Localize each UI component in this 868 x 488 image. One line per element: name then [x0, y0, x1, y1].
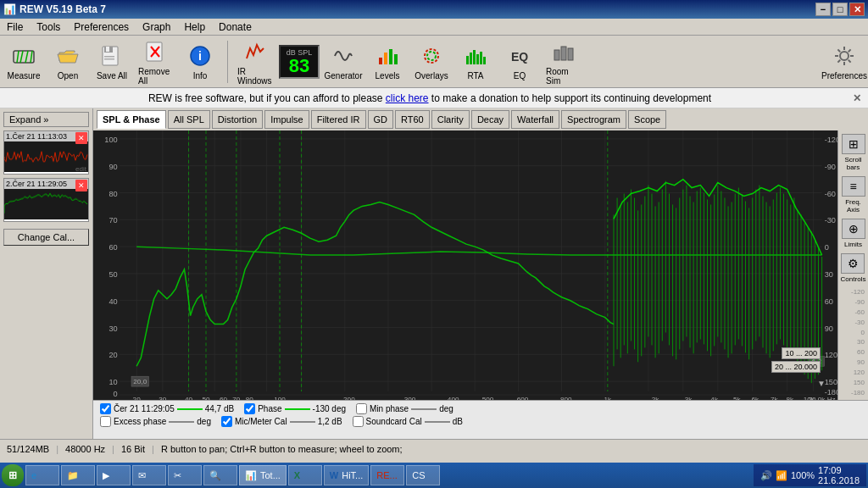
close-button[interactable]: ✕: [849, 3, 865, 16]
tab-distortion[interactable]: Distortion: [212, 110, 263, 129]
svg-text:1k: 1k: [604, 396, 613, 400]
range-box-1[interactable]: 10 ... 200: [782, 347, 821, 359]
legend-item-excess-phase[interactable]: Excess phase deg: [100, 416, 211, 427]
maximize-button[interactable]: □: [832, 3, 848, 16]
taskbar-folder[interactable]: 📁: [61, 465, 95, 485]
svg-rect-12: [384, 53, 387, 64]
taskbar-ie[interactable]: e: [25, 465, 59, 485]
change-cal-button[interactable]: Change Cal...: [3, 229, 89, 246]
donation-banner: REW is free software, but if you can aff…: [0, 88, 868, 108]
svg-text:i: i: [198, 49, 202, 63]
eq-button[interactable]: EQ EQ: [499, 40, 540, 84]
generator-button[interactable]: Generator: [323, 40, 364, 84]
legend-item-measurement[interactable]: Čer 21 11:29:05 44,7 dB: [100, 403, 234, 414]
tab-filtered-ir[interactable]: Filtered IR: [311, 110, 366, 129]
measurement-close-1[interactable]: ✕: [75, 132, 87, 144]
measurement-close-2[interactable]: ✕: [75, 180, 87, 191]
generator-icon: [330, 42, 357, 69]
minimize-button[interactable]: −: [815, 3, 831, 16]
levels-button[interactable]: Levels: [367, 40, 408, 84]
expand-button[interactable]: Expand »: [3, 112, 89, 127]
measurement-item-1[interactable]: 1.Čer 21 11:13:03 ✕ edit: [3, 130, 89, 175]
preferences-button[interactable]: Preferences: [824, 40, 865, 84]
title-text: REW V5.19 Beta 7: [19, 3, 106, 15]
tab-scope[interactable]: Scope: [628, 110, 666, 129]
taskbar-outlook[interactable]: ✉: [132, 465, 166, 485]
range-box-2[interactable]: 20 ... 20.000: [771, 361, 821, 373]
svg-text:-60: -60: [825, 190, 836, 198]
info-button[interactable]: i Info: [180, 40, 220, 84]
taskbar-excel[interactable]: X: [288, 465, 322, 485]
controls-control[interactable]: ⚙ Controls: [841, 253, 866, 283]
svg-text:20: 20: [108, 351, 117, 359]
re-icon: RE...: [376, 470, 397, 480]
tab-rt60[interactable]: RT60: [395, 110, 430, 129]
legend-check-measurement[interactable]: [100, 403, 111, 414]
svg-text:70: 70: [232, 396, 241, 400]
save-all-icon: [98, 42, 125, 69]
legend-item-soundcard-cal[interactable]: Soundcard Cal dB: [353, 416, 463, 427]
menu-donate[interactable]: Donate: [215, 19, 255, 35]
save-all-button[interactable]: Save All: [92, 40, 132, 84]
tab-clarity[interactable]: Clarity: [431, 110, 470, 129]
room-sim-button[interactable]: Room Sim: [543, 36, 584, 88]
tab-waterfall[interactable]: Waterfall: [511, 110, 559, 129]
menu-tools[interactable]: Tools: [33, 19, 64, 35]
svg-text:80: 80: [108, 190, 117, 198]
open-button[interactable]: Open: [47, 40, 88, 84]
rta-button[interactable]: RTA: [455, 40, 496, 84]
legend-check-mic-cal[interactable]: [221, 416, 232, 427]
taskbar-app1[interactable]: ✂: [168, 465, 202, 485]
limits-control[interactable]: ⊕ Limits: [842, 219, 865, 248]
chart-and-sidebar: 100 90 80 70 60 50 40 30 20 10 0 -1: [93, 130, 868, 400]
chart-container[interactable]: 100 90 80 70 60 50 40 30 20 10 0 -1: [93, 130, 837, 400]
menu-file[interactable]: File: [3, 19, 26, 35]
menu-help[interactable]: Help: [181, 19, 209, 35]
taskbar-media[interactable]: ▶: [97, 465, 131, 485]
taskbar-re[interactable]: RE...: [370, 465, 404, 485]
taskbar-rew[interactable]: 📊 Tot...: [239, 465, 287, 485]
tab-spectrogram[interactable]: Spectrogram: [561, 110, 626, 129]
freq-axis-control[interactable]: ≡ Freq.Axis: [842, 176, 865, 214]
measure-button[interactable]: Measure: [3, 40, 44, 84]
ie-icon: e: [31, 470, 36, 480]
tab-impulse[interactable]: Impulse: [264, 110, 309, 129]
legend-check-excess-phase[interactable]: [100, 416, 111, 427]
donate-link[interactable]: click here: [386, 92, 429, 104]
taskbar-word[interactable]: W HiT...: [324, 465, 369, 485]
start-button[interactable]: ⊞: [2, 464, 24, 486]
legend-check-phase[interactable]: [244, 403, 255, 414]
tab-decay[interactable]: Decay: [471, 110, 509, 129]
legend-check-soundcard-cal[interactable]: [353, 416, 364, 427]
status-bar: 51/124MB | 48000 Hz | 16 Bit | R button …: [0, 439, 868, 458]
menu-graph[interactable]: Graph: [139, 19, 174, 35]
tab-spl-phase[interactable]: SPL & Phase: [97, 110, 166, 129]
legend-item-phase[interactable]: Phase -130 deg: [244, 403, 346, 414]
scrollbars-control[interactable]: ⊞ Scrollbars: [842, 134, 865, 171]
legend-phase-label: Phase: [258, 404, 281, 413]
window-controls: − □ ✕: [815, 3, 865, 16]
legend-check-min-phase[interactable]: [356, 403, 367, 414]
legend-excess-phase-value: deg: [197, 417, 211, 426]
rew-icon: 📊: [245, 470, 257, 481]
svg-rect-22: [483, 57, 486, 64]
banner-close[interactable]: ✕: [853, 92, 861, 104]
measurement-item-2[interactable]: 2.Čer 21 11:29:05 ✕: [3, 178, 89, 222]
ir-windows-button[interactable]: IR Windows: [235, 36, 275, 88]
svg-text:20: 20: [133, 396, 142, 400]
taskbar-cs[interactable]: CS: [406, 465, 440, 485]
overlays-button[interactable]: Overlays: [411, 40, 452, 84]
svg-text:100: 100: [104, 136, 117, 144]
menu-preferences[interactable]: Preferences: [70, 19, 132, 35]
svg-rect-3: [104, 56, 114, 58]
legend-item-min-phase[interactable]: Min phase deg: [356, 403, 453, 414]
remove-all-button[interactable]: Remove All: [136, 36, 176, 88]
svg-text:40: 40: [185, 396, 193, 400]
word-icon: W: [330, 470, 338, 480]
legend-item-mic-cal[interactable]: Mic/Meter Cal 1,2 dB: [221, 416, 342, 427]
svg-point-27: [840, 52, 849, 60]
taskbar-search[interactable]: 🔍: [203, 465, 237, 485]
controls-label: Controls: [841, 275, 866, 283]
tab-all-spl[interactable]: All SPL: [168, 110, 210, 129]
tab-gd[interactable]: GD: [368, 110, 394, 129]
